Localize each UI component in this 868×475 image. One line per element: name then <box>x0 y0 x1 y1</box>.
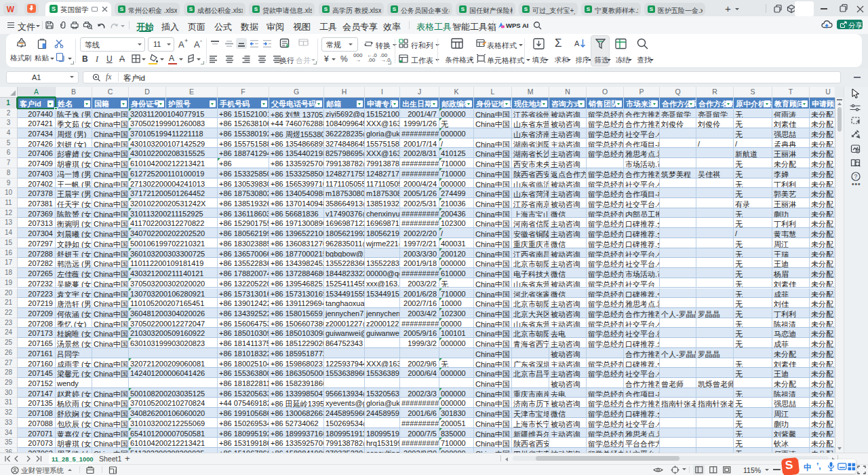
svg-text:A: A <box>574 39 580 48</box>
svg-text:?: ? <box>854 173 858 180</box>
